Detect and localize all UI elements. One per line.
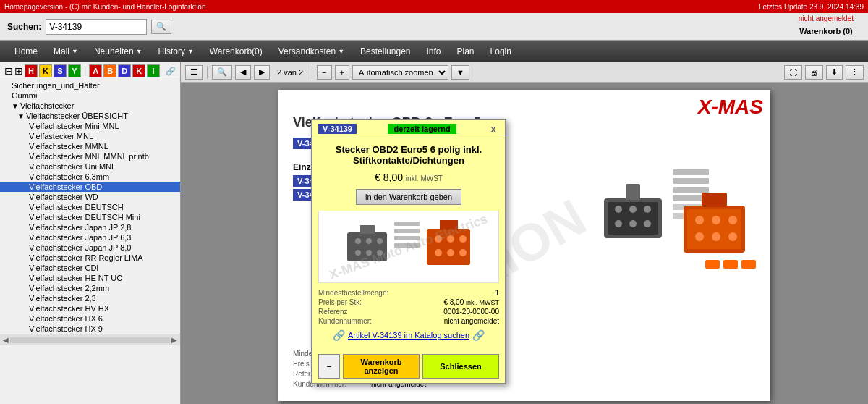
svg-point-22: [728, 232, 737, 241]
svg-point-5: [615, 220, 622, 227]
icon-s[interactable]: S: [54, 64, 67, 77]
tree-item-mmnl[interactable]: Vielfachstecker MMNL: [0, 141, 180, 151]
svg-rect-8: [626, 184, 640, 200]
popup-status: derzeit lagernd: [388, 124, 456, 134]
nav-versandkosten[interactable]: Versandkosten ▼: [271, 41, 352, 62]
svg-rect-23: [702, 193, 727, 207]
pdf-page-info: 2 van 2: [273, 68, 307, 77]
pdf-zoom-dropdown[interactable]: ▼: [451, 65, 469, 80]
sidebar-link-icon[interactable]: 🔗: [166, 67, 176, 76]
search-button[interactable]: 🔍: [151, 20, 171, 34]
nav-mail[interactable]: Mail ▼: [46, 41, 85, 62]
tree-item-22mm[interactable]: Vielfachstecker 2,2mm: [0, 283, 180, 293]
icon-a[interactable]: A: [89, 64, 102, 77]
tree-item-hx6[interactable]: Vielfachstecker HX 6: [0, 313, 180, 324]
svg-point-3: [629, 206, 637, 213]
popup-image: X-MAS Moto Auto Electrics: [318, 211, 499, 283]
tree-item-mini-mnl[interactable]: Vielfachstecker Mini-MNL: [0, 121, 180, 131]
tree-item-hx9[interactable]: Vielfachstecker HX 9: [0, 324, 180, 334]
tree-item-uni-mnl[interactable]: Vielfachstecker Uni MNL: [0, 161, 180, 172]
tree-item-gummi[interactable]: Gummi: [0, 91, 180, 101]
pdf-sidebar-btn[interactable]: ☰: [185, 65, 203, 80]
not-logged-in[interactable]: nicht angemeldet: [791, 14, 861, 25]
tree-item-hv-hx[interactable]: Vielfachstecker HV HX: [0, 303, 180, 313]
product-svg: [597, 148, 756, 278]
svg-point-6: [629, 220, 637, 227]
svg-point-43: [435, 249, 442, 256]
tree-item-rr[interactable]: Vielfachstecker RR Regler LIMA: [0, 253, 180, 263]
nav-home[interactable]: Home: [7, 41, 45, 62]
tree-item-mnl-mmnl[interactable]: Vielfachstecker MNL MMNL printb: [0, 151, 180, 161]
pdf-download[interactable]: ⬇: [826, 65, 843, 80]
pdf-search-btn[interactable]: 🔍: [212, 65, 232, 80]
svg-rect-16: [687, 209, 741, 249]
svg-point-21: [712, 232, 720, 241]
icon-y[interactable]: Y: [68, 64, 81, 77]
tree-item-63mm[interactable]: Vielfachstecker 6,3mm: [0, 172, 180, 182]
popup-detail-menge: Mindestbestellmenge: 1: [318, 289, 499, 297]
nav-history[interactable]: History ▼: [151, 41, 201, 62]
expand-toggle2[interactable]: ⊞: [14, 65, 23, 77]
pdf-print[interactable]: 🖨: [805, 65, 823, 80]
nav-info[interactable]: Info: [419, 41, 448, 62]
expand-toggle[interactable]: ⊟: [4, 65, 13, 77]
pdf-prev-btn[interactable]: ◀: [235, 65, 251, 80]
tree-item-uebersicht[interactable]: ▼Vielfachstecker ÜBERSICHT: [0, 111, 180, 121]
tree-item-obd[interactable]: Vielfachstecker OBD: [0, 182, 180, 192]
popup: V-34139 derzeit lagernd x Stecker OBD2 E…: [311, 119, 506, 384]
pdf-more[interactable]: ⋮: [846, 65, 864, 80]
tree-item-vielfach[interactable]: ▼Vielfachstecker: [0, 101, 180, 111]
svg-point-28: [355, 238, 361, 244]
svg-rect-10: [673, 178, 709, 184]
tree-item-cdi[interactable]: Vielfachstecker CDI: [0, 263, 180, 273]
top-bar-left: Homepageversion - (C) mit Kunden- und Hä…: [4, 3, 205, 11]
tree-item-jp28[interactable]: Vielfachstecker Japan JP 2,8: [0, 222, 180, 232]
pdf-fullscreen[interactable]: ⛶: [784, 65, 802, 80]
pdf-zoom-out[interactable]: −: [317, 65, 331, 80]
popup-catalog-link[interactable]: Artikel V-34139 im Katalog suchen: [348, 331, 469, 340]
tree-item-mnl[interactable]: Vielfastecker MNL: [0, 131, 180, 141]
catalog-brand: X-MAS: [698, 96, 763, 119]
popup-code[interactable]: V-34139: [318, 124, 357, 134]
search-input[interactable]: [46, 19, 147, 35]
scroll-left[interactable]: ◀: [3, 336, 9, 344]
popup-title: Stecker OBD2 Euro5 6 polig inkl. Stiftko…: [318, 144, 499, 166]
pdf-toolbar: ☰ 🔍 ◀ ▶ 2 van 2 − + Automatisch zoomen 5…: [181, 62, 868, 83]
popup-cart-button[interactable]: in den Warenkorb geben: [356, 189, 461, 205]
svg-point-45: [459, 249, 467, 256]
popup-schliessen-button[interactable]: Schliessen: [422, 354, 499, 379]
icon-k[interactable]: K: [39, 64, 52, 77]
link-icon-left: 🔗: [333, 329, 345, 341]
tree-item-23[interactable]: Vielfachstecker 2,3: [0, 293, 180, 303]
tree-item-he[interactable]: Vielfachstecker HE NT UC: [0, 273, 180, 283]
tree-item-deutsch[interactable]: Vielfachstecker DEUTSCH: [0, 202, 180, 212]
icon-i[interactable]: I: [147, 64, 160, 77]
nav-login[interactable]: Login: [483, 41, 519, 62]
icon-d[interactable]: D: [118, 64, 131, 77]
nav-warenkorb[interactable]: Warenkorb(0): [203, 41, 270, 62]
tree-item-sicherungen[interactable]: Sicherungen_und_Halter: [0, 80, 180, 91]
tree-item-jp80[interactable]: Vielfachstecker Japan JP 8,0: [0, 243, 180, 253]
scroll-right[interactable]: ▶: [171, 336, 177, 344]
nav-neuheiten[interactable]: Neuheiten ▼: [87, 41, 150, 62]
icon-k2[interactable]: K: [132, 64, 145, 77]
svg-point-29: [366, 238, 372, 244]
pdf-zoom-select[interactable]: Automatisch zoomen 50% 75% 100% 150%: [352, 65, 448, 80]
tree-item-deutsch-mini[interactable]: Vielfachstecker DEUTSCH Mini: [0, 212, 180, 222]
popup-warenkorb-button[interactable]: Warenkorb anzeigen: [343, 354, 420, 379]
popup-close[interactable]: x: [488, 123, 499, 135]
link-icon-right: 🔗: [472, 329, 485, 341]
popup-minus-button[interactable]: −: [318, 354, 340, 379]
warenkorb-header[interactable]: Warenkorb (0): [791, 25, 861, 38]
tree-item-wd[interactable]: Vielfachstecker WD: [0, 192, 180, 202]
svg-rect-35: [394, 222, 420, 226]
pdf-next-btn[interactable]: ▶: [254, 65, 270, 80]
icon-b[interactable]: B: [103, 64, 116, 77]
tree-item-jp63[interactable]: Vielfachstecker Japan JP 6,3: [0, 232, 180, 243]
nav-bestellungen[interactable]: Bestellungen: [353, 41, 417, 62]
nav-plan[interactable]: Plan: [450, 41, 482, 62]
pdf-zoom-in[interactable]: +: [335, 65, 349, 80]
popup-link-row: 🔗 Artikel V-34139 im Katalog suchen 🔗: [318, 329, 499, 341]
svg-point-19: [728, 216, 737, 224]
icon-h[interactable]: H: [25, 64, 38, 77]
